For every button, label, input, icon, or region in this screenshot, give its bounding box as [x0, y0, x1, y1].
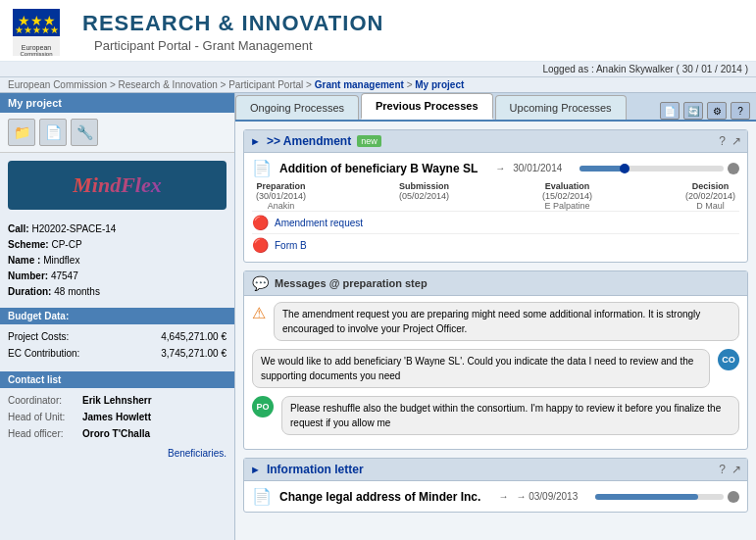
tab-previous-label: Previous Processes	[376, 100, 479, 112]
head-label: Head of Unit:	[8, 409, 78, 425]
amendment-section: ► >> Amendment new ? ↗ 📄 Addition of ben…	[243, 129, 748, 263]
message-co: We would like to add beneficiary 'B Wayn…	[252, 349, 739, 388]
header-title-group: RESEARCH & INNOVATION Participant Portal…	[82, 11, 383, 55]
main-layout: My project 📁 📄 🔧 MindFlex Call: H20202-S…	[0, 93, 756, 540]
info-letter-body: 📄 Change legal address of Minder Inc. → …	[244, 481, 747, 512]
info-letter-icon: 📄	[252, 487, 272, 506]
pdf-icon-main: 📄	[252, 159, 272, 177]
co-bubble: We would like to add beneficiary 'B Wayn…	[252, 349, 710, 388]
breadcrumb-item-1[interactable]: European Commission	[8, 79, 107, 90]
process-tabs: Ongoing Processes Previous Processes Upc…	[235, 93, 756, 122]
coordinator-value: Erik Lehnsherr	[82, 392, 152, 409]
head-of-unit-row: Head of Unit: James Howlett	[8, 409, 227, 425]
breadcrumb-item-2[interactable]: Research & Innovation	[119, 79, 218, 90]
breadcrumb-bar: European Commission > Research & Innovat…	[0, 77, 756, 93]
info-letter-header: ► Information letter ? ↗	[244, 459, 747, 481]
project-costs-label: Project Costs:	[8, 328, 69, 345]
budget-header: Budget Data:	[0, 308, 234, 324]
arrow-icon: ►	[250, 135, 261, 147]
tab-icon-help[interactable]: ?	[731, 102, 750, 120]
messages-title: Messages @ preparation step	[275, 277, 428, 289]
tab-icon-settings[interactable]: ⚙	[707, 102, 727, 120]
tab-icon-doc[interactable]: 📄	[660, 102, 680, 120]
po-bubble: Please reshuffle also the budget within …	[281, 396, 739, 435]
ec-contribution-label: EC Contribution:	[8, 345, 79, 362]
info-letter-title: Change legal address of Minder Inc.	[279, 490, 480, 504]
tab-ongoing-label: Ongoing Processes	[250, 102, 344, 114]
info-arrow-icon: ►	[250, 464, 261, 475]
info-letter-type: Information letter	[267, 463, 364, 476]
budget-info: Project Costs: 4,645,271.00 € EC Contrib…	[0, 324, 234, 366]
progress-dot	[620, 164, 630, 173]
header-top: ★★★ ★★★★★ European Commission RESEARCH &…	[0, 0, 756, 62]
head-value: James Howlett	[82, 409, 151, 425]
project-number: Number: 47547	[8, 269, 227, 284]
info-progress-fill	[595, 494, 698, 500]
sidebar-icon-settings[interactable]: 🔧	[71, 119, 98, 146]
help-icon[interactable]: ?	[719, 134, 726, 148]
po-text: Please reshuffle also the budget within …	[290, 403, 721, 428]
amendment-date: 30/01/2014	[513, 163, 562, 173]
project-duration: Duration: 48 months	[8, 284, 227, 300]
budget-header-label: Budget Data:	[8, 311, 69, 321]
sidebar-icon-doc[interactable]: 📄	[39, 119, 67, 146]
breadcrumb-item-3[interactable]: Participant Portal	[228, 79, 303, 90]
progress-bar-container	[580, 163, 739, 174]
breadcrumb-item-5[interactable]: My project	[415, 79, 464, 90]
contact-header-label: Contact list	[8, 374, 61, 385]
info-letter-arrow: →	[498, 491, 508, 502]
messages-body: ⚠ The amendment request you are preparin…	[244, 296, 747, 449]
contact-header: Contact list	[0, 371, 234, 388]
tab-upcoming[interactable]: Upcoming Processes	[495, 95, 627, 120]
step-decision: Decision (20/02/2014) D Maul	[685, 181, 735, 211]
steps-row: Preparation (30/01/2014) Anakin Submissi…	[252, 181, 739, 211]
sidebar-title: My project	[8, 97, 62, 109]
project-scheme: Scheme: CP-CP	[8, 237, 227, 253]
amendment-header: ► >> Amendment new ? ↗	[244, 130, 747, 153]
app-title: RESEARCH & INNOVATION	[82, 11, 383, 36]
officer-value: Ororo T'Challa	[82, 425, 150, 442]
coordinator-row: Coordinator: Erik Lehnsherr	[8, 392, 227, 409]
info-letter-section: ► Information letter ? ↗ 📄 Change legal …	[243, 458, 748, 513]
info-progress-track	[595, 494, 724, 500]
question-icon-2[interactable]: ↗	[731, 134, 741, 148]
contact-info: Coordinator: Erik Lehnsherr Head of Unit…	[0, 388, 234, 446]
amendment-title-row: 📄 Addition of beneficiary B Wayne SL → 3…	[252, 159, 739, 177]
info-letter-date: → 03/09/2013	[516, 491, 578, 502]
sidebar-header: My project	[0, 93, 234, 113]
info-progress-end	[728, 491, 739, 503]
message-po: PO Please reshuffle also the budget with…	[252, 396, 739, 435]
doc-row-1: 🔴 Amendment request	[252, 211, 739, 233]
tab-icon-refresh[interactable]: 🔄	[683, 102, 703, 120]
breadcrumb-item-4[interactable]: Grant management	[315, 79, 404, 90]
tab-previous[interactable]: Previous Processes	[361, 93, 493, 120]
co-text: We would like to add beneficiary 'B Wayn…	[261, 356, 693, 381]
progress-end-dot	[728, 163, 739, 174]
doc-link-2[interactable]: Form B	[275, 240, 307, 251]
eu-emblem: ★★★ ★★★★★ European Commission	[12, 8, 61, 57]
new-badge: new	[357, 135, 381, 147]
officer-label: Head officer:	[8, 425, 78, 442]
project-logo-text: MindFlex	[73, 172, 161, 198]
pdf-icon-2: 🔴	[252, 237, 269, 253]
project-name: Name : Mindflex	[8, 253, 227, 269]
amendment-body: 📄 Addition of beneficiary B Wayne SL → 3…	[244, 153, 747, 262]
svg-text:Commission: Commission	[20, 51, 52, 57]
content-area: Ongoing Processes Previous Processes Upc…	[235, 93, 756, 540]
sidebar: My project 📁 📄 🔧 MindFlex Call: H20202-S…	[0, 93, 235, 540]
breadcrumb: European Commission > Research & Innovat…	[8, 79, 464, 90]
officer-row: Head officer: Ororo T'Challa	[8, 425, 227, 442]
tab-ongoing[interactable]: Ongoing Processes	[235, 95, 359, 120]
sidebar-icons: 📁 📄 🔧	[0, 113, 234, 153]
project-costs-value: 4,645,271.00 €	[161, 328, 227, 345]
sidebar-icon-folder[interactable]: 📁	[8, 119, 35, 146]
info-question-icon[interactable]: ↗	[731, 463, 741, 476]
beneficiaries-text: Beneficiaries.	[168, 448, 227, 459]
info-progress-container	[595, 491, 739, 503]
info-help-icon[interactable]: ?	[719, 463, 726, 476]
step-preparation: Preparation (30/01/2014) Anakin	[256, 181, 306, 211]
svg-text:★★★★★: ★★★★★	[15, 25, 59, 35]
beneficiaries-link[interactable]: Beneficiaries.	[0, 446, 234, 461]
amendment-type-label: >> Amendment	[267, 134, 351, 148]
doc-link-1[interactable]: Amendment request	[275, 218, 363, 228]
